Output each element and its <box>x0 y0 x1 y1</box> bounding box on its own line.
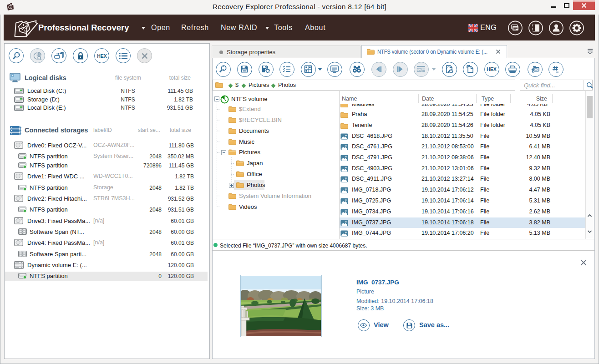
svg-text:HEX: HEX <box>97 53 107 59</box>
svg-text:HEX: HEX <box>487 66 497 72</box>
